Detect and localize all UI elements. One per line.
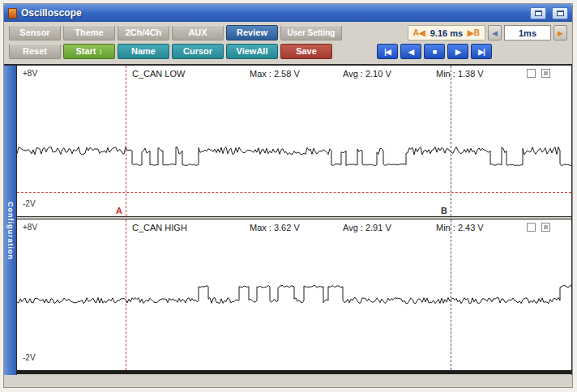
timebase-next-button[interactable]: ▶ (553, 25, 567, 40)
waveform-channel-2 (17, 219, 571, 370)
reset-button[interactable]: Reset (9, 44, 61, 59)
viewall-button[interactable]: ViewAll (226, 44, 278, 59)
channel-top-voltage: +8V (23, 223, 37, 232)
channel-min: Min : 2.43 V (436, 223, 484, 232)
start-button-label: Start (75, 45, 96, 58)
channel-panel-2: +8V C_CAN HIGH Max : 3.62 V Avg : 2.91 V… (17, 219, 571, 370)
oscilloscope-window: Oscilloscope Sensor Theme 2Ch/4Ch AUX Re… (3, 3, 573, 388)
configuration-tab[interactable]: Configuration (4, 66, 16, 375)
user-setting-button[interactable]: User Setting (280, 25, 342, 40)
start-stepper-icon: ↕ (99, 48, 103, 56)
cursor-b-label: B (441, 206, 447, 215)
channel-panels: +8V C_CAN LOW Max : 2.58 V Avg : 2.10 V … (16, 66, 572, 375)
window-title: Oscilloscope (21, 7, 524, 19)
toolbar: Sensor Theme 2Ch/4Ch AUX Review User Set… (4, 22, 572, 64)
review-button[interactable]: Review (226, 25, 278, 40)
window-minimize-button[interactable] (552, 7, 568, 19)
playback-skip-start-button[interactable]: |◀ (377, 44, 398, 59)
channel-top-voltage: +8V (23, 69, 37, 78)
channel-min: Min : 1.38 V (436, 69, 484, 79)
cursor-a-line[interactable] (126, 219, 126, 370)
cursor-a-line[interactable] (126, 66, 126, 216)
playback-skip-end-button[interactable]: ▶| (471, 44, 492, 59)
channel-mode-button[interactable]: 2Ch/4Ch (118, 25, 169, 40)
start-button[interactable]: Start ↕ (63, 44, 115, 59)
cursor-b-marker[interactable]: ▶B (468, 28, 480, 37)
bottom-strip (17, 370, 571, 374)
sensor-button[interactable]: Sensor (9, 25, 61, 40)
channel-avg: Avg : 2.10 V (343, 69, 391, 79)
main-area: Configuration +8V C_CAN LOW Max : 2.58 V… (4, 64, 572, 375)
waveform-channel-1 (17, 66, 571, 216)
timebase-prev-button[interactable]: ◀ (488, 25, 502, 40)
cursor-b-line[interactable] (451, 219, 451, 370)
reference-line (17, 192, 571, 193)
toolbar-row-1: Sensor Theme 2Ch/4Ch AUX Review User Set… (9, 25, 567, 40)
restore-icon (535, 11, 542, 16)
title-bar: Oscilloscope (4, 4, 572, 22)
channel-bottom-voltage: -2V (23, 199, 36, 208)
channel-avg: Avg : 2.91 V (343, 223, 391, 232)
cursor-time-readout: A◀ 9.16 ms ▶B (408, 25, 485, 40)
maximize-icon (544, 225, 548, 229)
aux-button[interactable]: AUX (172, 25, 224, 40)
channel-name: C_CAN LOW (132, 69, 185, 79)
theme-button[interactable]: Theme (63, 25, 115, 40)
cursor-a-marker[interactable]: A◀ (413, 28, 425, 37)
channel-checkbox[interactable] (527, 223, 536, 232)
minimize-icon (557, 11, 564, 16)
channel-max: Max : 3.62 V (250, 223, 300, 232)
toolbar-row-2: Reset Start ↕ Name Cursor ViewAll Save |… (9, 44, 567, 59)
channel-maximize-checkbox[interactable] (541, 69, 550, 78)
save-button[interactable]: Save (280, 44, 332, 59)
app-icon (8, 8, 17, 19)
cursor-a-label: A (116, 206, 122, 215)
cursor-time-value: 9.16 ms (430, 28, 463, 38)
channel-bottom-voltage: -2V (23, 353, 36, 362)
channel-checkbox[interactable] (527, 69, 536, 78)
playback-stop-button[interactable]: ■ (424, 44, 445, 59)
channel-max: Max : 2.58 V (250, 69, 300, 79)
maximize-icon (544, 71, 548, 75)
window-restore-button[interactable] (530, 7, 546, 19)
configuration-tab-label: Configuration (6, 87, 15, 374)
playback-step-back-button[interactable]: ◀ (400, 44, 421, 59)
channel-maximize-checkbox[interactable] (541, 223, 550, 232)
timebase-value[interactable]: 1ms (504, 25, 551, 40)
playback-play-button[interactable]: ▶ (447, 44, 468, 59)
name-button[interactable]: Name (118, 44, 169, 59)
channel-panel-1: +8V C_CAN LOW Max : 2.58 V Avg : 2.10 V … (17, 66, 571, 216)
timebase-cluster: A◀ 9.16 ms ▶B ◀ 1ms ▶ (408, 25, 567, 40)
channel-name: C_CAN HIGH (132, 223, 187, 232)
playback-controls: |◀ ◀ ■ ▶ ▶| (377, 44, 492, 59)
cursor-b-line[interactable] (451, 66, 451, 216)
cursor-button[interactable]: Cursor (172, 44, 224, 59)
